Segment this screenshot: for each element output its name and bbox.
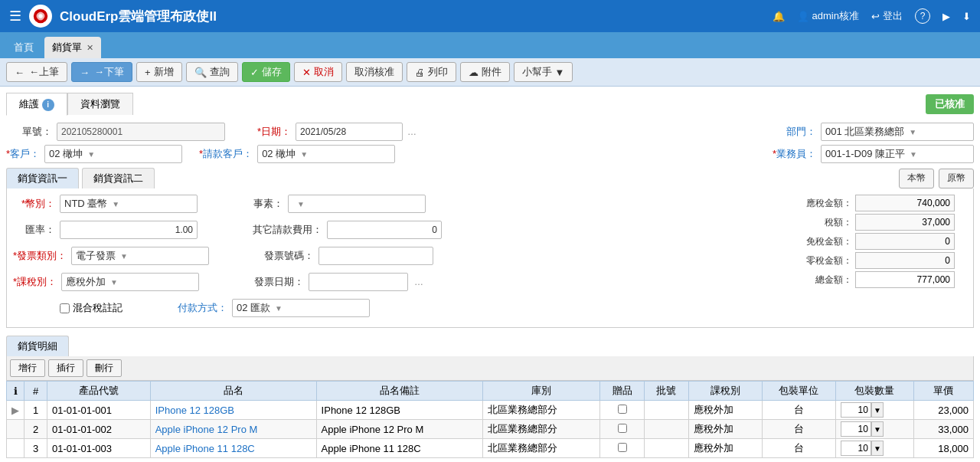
save-button[interactable]: ✓ 儲存 [242,62,290,82]
tax-type-select[interactable]: 應稅外加 ▼ [61,273,199,291]
tab-close-icon[interactable]: ✕ [87,43,93,53]
detail-tab[interactable]: 銷貨明細 [6,336,69,356]
gift-cell[interactable] [600,401,645,420]
currency-select[interactable]: NTD 臺幣 ▼ [60,195,198,213]
row-expand-icon[interactable] [7,420,24,439]
date-picker-icon[interactable]: … [407,126,416,137]
taxable-amount-value: 740,000 [855,195,955,211]
foreign-currency-button[interactable]: 原幣 [939,169,974,188]
invoice-date-input[interactable] [309,273,408,291]
invoice-date-picker-icon[interactable]: … [414,277,423,287]
warehouse-cell: 北區業務總部分 [482,401,600,420]
payment-customer-dropdown-icon: ▼ [300,150,308,159]
date-input[interactable] [296,123,403,141]
x-icon: ✕ [302,67,311,78]
tax-type-dropdown-icon: ▼ [110,278,118,287]
invoice-no-input[interactable] [318,247,433,265]
gift-checkbox[interactable] [618,424,627,433]
unit-price-cell: 18,000 [913,439,973,458]
next-button[interactable]: → →下筆 [71,62,132,82]
delete-row-button[interactable]: 刪行 [87,359,122,377]
currency-row: 幣別： NTD 臺幣 ▼ 事素： ▼ [13,195,783,213]
row-expand-icon[interactable] [7,439,24,458]
unit-price-cell: 33,000 [913,420,973,439]
qty-dropdown-icon[interactable]: ▼ [871,402,884,418]
payment-method-select[interactable]: 02 匯款 ▼ [232,299,370,317]
check-icon: ✓ [250,67,259,78]
invoice-type-select[interactable]: 電子發票 ▼ [71,247,209,265]
total-amount-value: 777,000 [855,271,955,288]
cancel-button[interactable]: ✕ 取消 [294,62,342,82]
qty-input[interactable] [841,402,871,418]
print-button[interactable]: 🖨 列印 [407,62,456,82]
sales-tab-1[interactable]: 銷貨資訊一 [6,168,79,188]
video-icon[interactable]: ▶ [942,11,950,22]
qty-stepper[interactable]: ▼ [841,402,909,418]
salesperson-select[interactable]: 001-1-D09 陳正平 ▼ [821,145,974,163]
payment-customer-select[interactable]: 02 橄坤 ▼ [257,145,395,163]
tab-home[interactable]: 首頁 [6,37,41,58]
row-number: 2 [24,420,47,439]
helper-button[interactable]: 小幫手 ▼ [514,62,573,82]
product-name-cell[interactable]: Apple iPhone 11 128C [150,439,316,458]
qty-dropdown-icon[interactable]: ▼ [871,441,884,456]
mixed-tax-label[interactable]: 混合稅註記 [60,301,122,315]
table-row: 301-01-01-003Apple iPhone 11 128CApple i… [7,439,974,458]
download-icon[interactable]: ⬇ [962,11,971,22]
local-currency-button[interactable]: 本幣 [899,169,934,188]
query-button[interactable]: 🔍 查詢 [186,62,238,82]
gift-checkbox[interactable] [618,443,627,452]
cancel-approve-button[interactable]: 取消核准 [346,62,403,82]
tab-sales-order-label: 銷貨單 [52,41,82,54]
unit-price-cell: 23,000 [913,401,973,420]
notification-bell[interactable]: 🔔 [773,11,785,22]
exchange-label: 匯率： [13,223,55,237]
product-note-cell: IPhone 12 128GB [316,401,482,420]
help-icon[interactable]: ? [915,8,930,24]
transaction-label: 事素： [253,197,283,211]
pack-qty-cell[interactable]: ▼ [835,420,913,439]
prev-button[interactable]: ← ←上筆 [6,62,67,82]
pack-qty-cell[interactable]: ▼ [835,439,913,458]
add-row-button[interactable]: 增行 [10,359,45,377]
gift-checkbox[interactable] [618,405,627,414]
exchange-input[interactable] [60,221,198,239]
transaction-select[interactable]: ▼ [288,195,426,213]
currency-label: 幣別： [13,197,55,211]
dept-label: 部門： [786,125,816,139]
invoice-type-label: 發票類別： [13,249,67,263]
qty-input[interactable] [841,441,871,456]
tax-amount-row: 稅額： 37,000 [799,214,967,231]
svg-point-1 [38,14,43,18]
product-name-cell[interactable]: IPhone 12 128GB [150,401,316,420]
qty-dropdown-icon[interactable]: ▼ [871,421,884,437]
col-info: ℹ [7,382,24,401]
hamburger-menu[interactable]: ☰ [9,8,21,25]
new-button[interactable]: + 新增 [136,62,182,82]
info-icon[interactable]: i [42,99,54,111]
salesperson-dropdown-icon: ▼ [910,150,917,159]
tab-sales-order[interactable]: 銷貨單 ✕ [44,37,101,58]
mixed-tax-checkbox[interactable] [60,303,70,313]
gift-cell[interactable] [600,420,645,439]
attachment-button[interactable]: ☁ 附件 [460,62,510,82]
gift-cell[interactable] [600,439,645,458]
zero-tax-value: 0 [855,252,955,269]
tab-data-browse[interactable]: 資料瀏覽 [67,93,133,115]
other-fee-input[interactable] [327,221,442,239]
top-navbar: ☰ CloudErp雲端管理布政使II 🔔 👤 admin核准 ↩ 登出 ? ▶… [0,0,980,32]
qty-stepper[interactable]: ▼ [841,421,909,437]
logout-button[interactable]: ↩ 登出 [871,9,903,23]
product-name-cell[interactable]: Apple iPhone 12 Pro M [150,420,316,439]
sales-tab-2[interactable]: 銷貨資訊二 [82,168,155,188]
tab-maintenance[interactable]: 維護 i [6,93,67,116]
insert-row-button[interactable]: 插行 [48,359,83,377]
row-expand-icon[interactable]: ▶ [7,401,24,420]
warehouse-cell: 北區業務總部分 [482,420,600,439]
qty-stepper[interactable]: ▼ [841,441,909,456]
customer-select[interactable]: 02 橄坤 ▼ [44,145,182,163]
pack-qty-cell[interactable]: ▼ [835,401,913,420]
qty-input[interactable] [841,421,871,437]
user-account[interactable]: 👤 admin核准 [797,9,859,23]
dept-select[interactable]: 001 北區業務總部 ▼ [821,123,974,141]
